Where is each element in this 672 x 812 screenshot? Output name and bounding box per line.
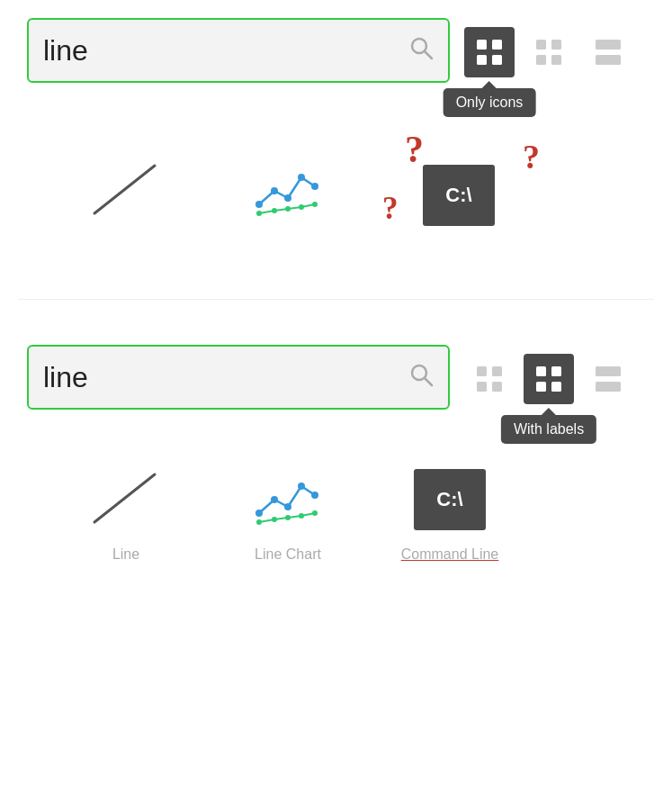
terminal-box-2: C:\ <box>414 469 486 530</box>
view-btn-list-1[interactable] <box>583 27 633 77</box>
qmark-left: ? <box>382 191 399 227</box>
svg-rect-27 <box>477 382 487 392</box>
svg-rect-5 <box>492 55 502 65</box>
chart-icon-visual-1 <box>243 155 333 227</box>
top-row-1: Only icons <box>27 18 645 83</box>
icon-item-chart-1 <box>216 155 360 227</box>
svg-line-35 <box>94 474 155 522</box>
svg-point-39 <box>298 483 305 490</box>
line-label-2: Line <box>112 546 139 563</box>
svg-rect-9 <box>551 55 561 65</box>
svg-rect-26 <box>492 366 502 376</box>
terminal-icon-1: C:\ <box>423 165 495 226</box>
svg-line-1 <box>425 51 432 59</box>
icon-item-line-2: Line <box>54 464 198 563</box>
svg-rect-11 <box>596 55 621 65</box>
svg-rect-6 <box>536 40 546 50</box>
svg-point-45 <box>312 510 318 516</box>
svg-rect-34 <box>596 382 621 392</box>
svg-point-38 <box>284 503 291 510</box>
qmark-right: ? <box>523 137 540 176</box>
view-btn-icons-only-2[interactable] <box>464 354 515 404</box>
svg-rect-7 <box>551 40 561 50</box>
svg-rect-10 <box>596 40 621 50</box>
search-icon-2 <box>408 362 434 393</box>
view-controls-2: With labels <box>464 345 633 404</box>
svg-line-24 <box>425 378 432 385</box>
view-btn-with-labels-1[interactable] <box>524 27 574 77</box>
svg-point-16 <box>298 174 305 181</box>
svg-rect-30 <box>551 366 561 376</box>
svg-rect-32 <box>551 382 561 392</box>
svg-point-40 <box>311 492 318 499</box>
svg-rect-33 <box>596 366 621 376</box>
view-controls-1: Only icons <box>464 18 633 77</box>
svg-rect-3 <box>492 40 502 50</box>
terminal-label-2: Command Line <box>401 546 499 563</box>
svg-point-22 <box>312 202 318 207</box>
svg-rect-2 <box>477 40 487 50</box>
svg-point-37 <box>271 496 278 503</box>
search-input-1[interactable] <box>43 34 408 68</box>
search-icon-1 <box>408 35 434 67</box>
chart-icon-visual-2 <box>243 464 333 536</box>
chart-label-2: Line Chart <box>255 546 321 563</box>
svg-rect-8 <box>536 55 546 65</box>
icon-item-chart-2: Line Chart <box>216 464 360 563</box>
svg-point-21 <box>299 204 304 210</box>
svg-point-42 <box>272 517 277 522</box>
svg-point-43 <box>285 515 291 520</box>
svg-rect-31 <box>536 382 546 392</box>
svg-point-36 <box>255 510 263 517</box>
svg-point-14 <box>271 187 278 194</box>
top-row-2: With labels <box>27 345 645 410</box>
line-icon-visual-1 <box>81 155 171 227</box>
search-bar-2[interactable] <box>27 345 450 410</box>
icon-area-1: ? ? ? C:\ <box>27 110 645 245</box>
section-1: Only icons <box>0 0 672 263</box>
svg-rect-28 <box>492 382 502 392</box>
svg-point-19 <box>272 208 277 213</box>
icon-item-terminal-2: C:\ Command Line <box>378 464 522 563</box>
section-divider <box>18 299 654 300</box>
terminal-icon-visual-2: C:\ <box>405 464 495 536</box>
svg-point-41 <box>256 519 262 525</box>
icon-grid-2: Line Line Char <box>27 437 645 581</box>
svg-line-12 <box>94 166 155 213</box>
svg-point-15 <box>284 194 291 202</box>
svg-rect-25 <box>477 366 487 376</box>
view-btn-list-2[interactable] <box>583 354 633 404</box>
svg-point-17 <box>311 183 318 190</box>
qmark-top: ? <box>405 128 424 171</box>
search-bar-1[interactable] <box>27 18 450 83</box>
svg-point-20 <box>285 206 291 212</box>
svg-point-44 <box>299 513 304 519</box>
svg-rect-4 <box>477 55 487 65</box>
svg-point-13 <box>255 201 263 208</box>
icon-item-line-1 <box>54 155 198 227</box>
line-icon-visual-2 <box>81 464 171 536</box>
qmark-terminal-group: ? ? ? C:\ <box>378 128 540 236</box>
view-btn-with-labels-2[interactable] <box>524 354 574 404</box>
svg-rect-29 <box>536 366 546 376</box>
svg-point-18 <box>256 211 262 216</box>
view-btn-icons-only[interactable] <box>464 27 515 77</box>
search-input-2[interactable] <box>43 361 408 394</box>
section-2: With labels Line <box>0 327 672 599</box>
